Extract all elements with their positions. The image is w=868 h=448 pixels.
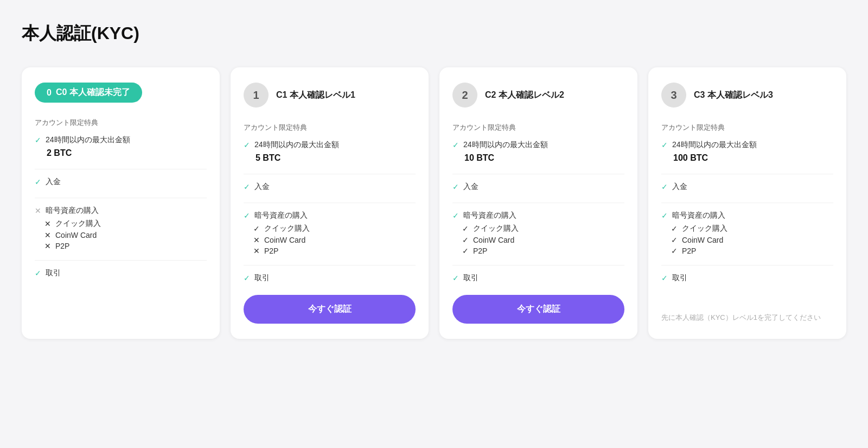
c0-coinw-row: ✕ CoinW Card [44,231,207,239]
c3-withdrawal-value: 100 BTC [673,153,833,163]
c3-deposit-check-icon: ✓ [661,182,668,191]
c0-quick-row: ✕ クイック購入 [44,219,207,229]
card-c1: 1 C1 本人確認レベル1 アカウント限定特典 ✓ 24時間以内の最大出金額 5… [231,67,429,339]
c1-divider-2 [244,203,416,203]
c2-deposit-check-icon: ✓ [452,182,459,191]
c1-crypto-row: ✓ 暗号資産の購入 [244,211,416,220]
c2-withdrawal-check-icon: ✓ [452,141,459,149]
c0-trade-label: 取引 [46,268,61,278]
c0-crypto-cross-icon: ✕ [35,206,41,215]
c2-verify-button[interactable]: 今すぐ認証 [452,295,624,324]
c0-crypto-row: ✕ 暗号資産の購入 [35,206,207,216]
c1-quick-check-icon: ✓ [253,224,260,233]
c2-level-title: C2 本人確認レベル2 [485,90,564,101]
page-title: 本人認証(KYC) [22,22,846,46]
c2-deposit-row: ✓ 入金 [452,182,624,192]
c1-quick-label: クイック購入 [264,224,310,234]
c3-withdrawal-row: ✓ 24時間以内の最大出金額 [661,140,833,150]
c3-divider-2 [661,203,833,203]
c3-trade-check-icon: ✓ [661,274,668,282]
card-c0-header: 0 C0 本人確認未完了 [35,83,207,103]
c0-divider-1 [35,169,207,169]
c3-crypto-label: 暗号資産の購入 [672,211,725,220]
card-c2-header: 2 C2 本人確認レベル2 [452,83,624,108]
c1-p2p-cross-icon: ✕ [253,247,260,255]
c1-coinw-cross-icon: ✕ [253,236,260,244]
c3-p2p-check-icon: ✓ [671,247,678,255]
c2-quick-check-icon: ✓ [462,224,469,233]
c2-trade-check-icon: ✓ [452,274,459,282]
c2-quick-label: クイック購入 [473,224,519,234]
c3-quick-label: クイック購入 [682,224,727,234]
c3-quick-check-icon: ✓ [671,224,678,233]
c0-p2p-row: ✕ P2P [44,242,207,250]
c2-divider-3 [452,265,624,266]
c2-withdrawal-label: 24時間以内の最大出金額 [463,140,548,150]
c2-p2p-label: P2P [473,247,487,255]
c0-coinw-cross-icon: ✕ [44,231,51,239]
c3-section-label: アカウント限定特典 [661,123,833,132]
c0-deposit-label: 入金 [46,177,61,187]
c0-divider-2 [35,198,207,198]
c1-trade-check-icon: ✓ [244,274,250,282]
c3-p2p-row: ✓ P2P [671,247,833,255]
c2-level-badge: 2 [452,83,477,108]
c2-footer: 今すぐ認証 [452,286,624,324]
c1-deposit-check-icon: ✓ [244,182,250,191]
c3-crypto-row: ✓ 暗号資産の購入 [661,211,833,220]
c1-deposit-row: ✓ 入金 [244,182,416,192]
kyc-cards-container: 0 C0 本人確認未完了 アカウント限定特典 ✓ 24時間以内の最大出金額 2 … [22,67,846,339]
c3-trade-label: 取引 [672,273,687,283]
c2-crypto-label: 暗号資産の購入 [463,211,516,220]
c2-crypto-row: ✓ 暗号資産の購入 [452,211,624,220]
c0-p2p-cross-icon: ✕ [44,242,51,250]
c3-footer: 先に本人確認（KYC）レベル1を完了してください [661,298,833,324]
c0-divider-3 [35,260,207,261]
c3-divider-3 [661,265,833,266]
c0-quick-cross-icon: ✕ [44,219,51,228]
c3-coinw-check-icon: ✓ [671,236,678,244]
c2-coinw-row: ✓ CoinW Card [462,236,624,244]
c0-crypto-label: 暗号資産の購入 [46,206,99,216]
card-c2: 2 C2 本人確認レベル2 アカウント限定特典 ✓ 24時間以内の最大出金額 1… [439,67,637,339]
c2-quick-row: ✓ クイック購入 [462,224,624,234]
c1-coinw-row: ✕ CoinW Card [253,236,416,244]
c0-section-label: アカウント限定特典 [35,118,207,128]
c0-trade-row: ✓ 取引 [35,268,207,278]
c0-coinw-label: CoinW Card [55,231,97,239]
c1-withdrawal-label: 24時間以内の最大出金額 [254,140,339,150]
c1-quick-row: ✓ クイック購入 [253,224,416,234]
card-c3-header: 3 C3 本人確認レベル3 [661,83,833,108]
c0-withdrawal-value: 2 BTC [47,148,207,158]
c2-withdrawal-row: ✓ 24時間以内の最大出金額 [452,140,624,150]
c0-withdrawal-row: ✓ 24時間以内の最大出金額 [35,135,207,145]
c3-divider-1 [661,174,833,174]
c1-trade-row: ✓ 取引 [244,273,416,283]
c3-level-badge: 3 [661,83,686,108]
c0-deposit-row: ✓ 入金 [35,177,207,187]
c2-crypto-check-icon: ✓ [452,211,459,220]
c3-coinw-label: CoinW Card [682,236,723,244]
c1-crypto-check-icon: ✓ [244,211,250,220]
c1-verify-button[interactable]: 今すぐ認証 [244,295,416,324]
c2-trade-label: 取引 [463,273,478,283]
c0-level-number: 0 [47,88,52,98]
c1-divider-1 [244,174,416,174]
c1-p2p-row: ✕ P2P [253,247,416,255]
c3-note: 先に本人確認（KYC）レベル1を完了してください [661,307,833,324]
c1-section-label: アカウント限定特典 [244,123,416,132]
c0-withdrawal-label: 24時間以内の最大出金額 [46,135,130,145]
c1-p2p-label: P2P [264,247,278,255]
c2-coinw-label: CoinW Card [473,236,514,244]
c3-withdrawal-label: 24時間以内の最大出金額 [672,140,757,150]
c0-withdrawal-check-icon: ✓ [35,136,41,144]
c2-trade-row: ✓ 取引 [452,273,624,283]
c0-p2p-label: P2P [55,242,69,250]
c3-p2p-label: P2P [682,247,696,255]
c0-trade-check-icon: ✓ [35,269,41,277]
c3-deposit-row: ✓ 入金 [661,182,833,192]
c2-p2p-row: ✓ P2P [462,247,624,255]
c1-trade-label: 取引 [254,273,270,283]
c3-level-title: C3 本人確認レベル3 [694,90,773,101]
c3-coinw-row: ✓ CoinW Card [671,236,833,244]
